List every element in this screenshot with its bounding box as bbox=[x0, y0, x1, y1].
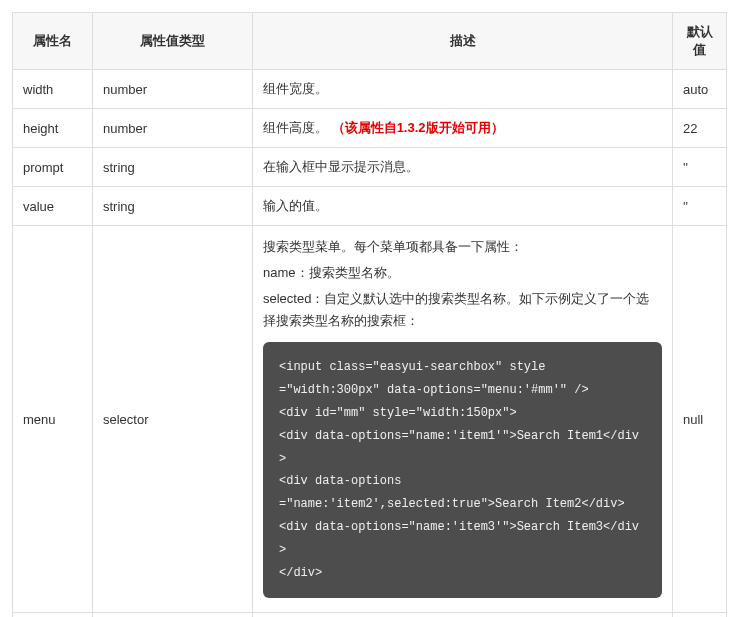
prop-default: '' bbox=[673, 148, 727, 187]
prop-default: null bbox=[673, 613, 727, 617]
prop-desc: 搜索类型菜单。每个菜单项都具备一下属性： name：搜索类型名称。 select… bbox=[253, 226, 673, 613]
table-row: prompt string 在输入框中显示提示消息。 '' bbox=[13, 148, 727, 187]
prop-type: selector bbox=[93, 226, 253, 613]
prop-default: auto bbox=[673, 70, 727, 109]
prop-desc: 在输入框中显示提示消息。 bbox=[253, 148, 673, 187]
desc-line: selected：自定义默认选中的搜索类型名称。如下示例定义了一个选择搜索类型名… bbox=[263, 288, 662, 332]
desc-line: name：搜索类型名称。 bbox=[263, 262, 662, 284]
prop-type: function(value,name) bbox=[93, 613, 253, 617]
prop-name: width bbox=[13, 70, 93, 109]
header-default: 默认值 bbox=[673, 13, 727, 70]
prop-desc: 组件宽度。 bbox=[253, 70, 673, 109]
table-row: value string 输入的值。 '' bbox=[13, 187, 727, 226]
prop-name: searcher bbox=[13, 613, 93, 617]
prop-name: height bbox=[13, 109, 93, 148]
properties-table: 属性名 属性值类型 描述 默认值 width number 组件宽度。 auto… bbox=[12, 12, 727, 617]
header-name: 属性名 bbox=[13, 13, 93, 70]
desc-block: 搜索类型菜单。每个菜单项都具备一下属性： name：搜索类型名称。 select… bbox=[263, 236, 662, 332]
prop-default: 22 bbox=[673, 109, 727, 148]
desc-text: 输入的值。 bbox=[263, 198, 328, 213]
prop-type: number bbox=[93, 70, 253, 109]
desc-text: 组件宽度。 bbox=[263, 81, 328, 96]
prop-type: string bbox=[93, 148, 253, 187]
header-desc: 描述 bbox=[253, 13, 673, 70]
prop-desc: 组件高度。 （该属性自1.3.2版开始可用） bbox=[253, 109, 673, 148]
table-header-row: 属性名 属性值类型 描述 默认值 bbox=[13, 13, 727, 70]
desc-text: 在输入框中显示提示消息。 bbox=[263, 159, 419, 174]
table-row: menu selector 搜索类型菜单。每个菜单项都具备一下属性： name：… bbox=[13, 226, 727, 613]
prop-name: menu bbox=[13, 226, 93, 613]
prop-type: string bbox=[93, 187, 253, 226]
prop-name: value bbox=[13, 187, 93, 226]
prop-default: null bbox=[673, 226, 727, 613]
code-example: <input class="easyui-searchbox" style ="… bbox=[263, 342, 662, 598]
table-row: searcher function(value,name) 在用户按下搜索按钮或… bbox=[13, 613, 727, 617]
desc-text: 组件高度。 bbox=[263, 120, 328, 135]
header-type: 属性值类型 bbox=[93, 13, 253, 70]
prop-type: number bbox=[93, 109, 253, 148]
version-note: （该属性自1.3.2版开始可用） bbox=[332, 120, 504, 135]
desc-line: 搜索类型菜单。每个菜单项都具备一下属性： bbox=[263, 236, 662, 258]
prop-desc: 在用户按下搜索按钮或回车键的时候调用searcher函数。 bbox=[253, 613, 673, 617]
table-row: width number 组件宽度。 auto bbox=[13, 70, 727, 109]
prop-name: prompt bbox=[13, 148, 93, 187]
prop-desc: 输入的值。 bbox=[253, 187, 673, 226]
prop-default: '' bbox=[673, 187, 727, 226]
table-row: height number 组件高度。 （该属性自1.3.2版开始可用） 22 bbox=[13, 109, 727, 148]
